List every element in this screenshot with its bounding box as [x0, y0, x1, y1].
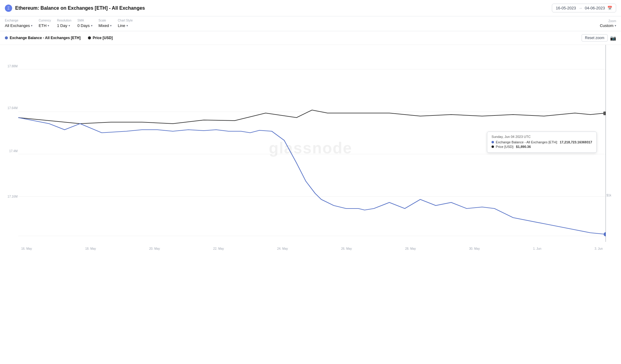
- tooltip-row-balance: Exchange Balance - All Exchanges [ETH]: …: [492, 140, 592, 144]
- date-range-picker[interactable]: 16-05-2023 → 04-06-2023 📅: [552, 4, 616, 12]
- x-label-2: 20. May: [149, 247, 160, 250]
- currency-dropdown[interactable]: ETH ▾: [39, 23, 51, 28]
- zoom-label: Zoom: [608, 19, 616, 23]
- price-line: [18, 110, 606, 124]
- tooltip-value-price: $1,890.36: [516, 145, 531, 149]
- zoom-dropdown[interactable]: Custom ▾: [600, 23, 616, 28]
- exchange-label: Exchange: [5, 19, 32, 22]
- legend-label-price: Price [USD]: [93, 36, 113, 40]
- exchange-dropdown[interactable]: All Exchanges ▾: [5, 23, 32, 28]
- y-label-2: 17.64M: [0, 105, 18, 110]
- resolution-dropdown[interactable]: 1 Day ▾: [57, 23, 71, 28]
- x-label-4: 24. May: [277, 247, 288, 250]
- balance-end-marker: [604, 232, 606, 236]
- x-label-5: 26. May: [341, 247, 352, 250]
- date-arrow-icon: →: [579, 6, 582, 10]
- sma-selector: SMA 0 Days ▾: [77, 19, 92, 28]
- sma-value: 0 Days: [77, 23, 89, 28]
- chart-style-chevron-icon: ▾: [126, 24, 128, 27]
- chart-style-value: Line: [118, 23, 125, 28]
- price-end-marker: [603, 112, 606, 115]
- calendar-icon[interactable]: 📅: [607, 6, 612, 10]
- scale-selector: Scale Mixed ▾: [99, 19, 112, 28]
- page-title: Ethereum: Balance on Exchanges [ETH] - A…: [15, 5, 145, 11]
- exchange-chevron-icon: ▾: [31, 24, 32, 27]
- tooltip-label-price: Price [USD]:: [496, 145, 514, 149]
- header-left: Ξ Ethereum: Balance on Exchanges [ETH] -…: [5, 5, 145, 12]
- y-label-3: 17.4M: [0, 148, 18, 153]
- x-axis: 16. May 18. May 20. May 22. May 24. May …: [18, 247, 606, 250]
- sma-chevron-icon: ▾: [91, 24, 92, 27]
- chart-tooltip: Sunday, Jun 04 2023 UTC Exchange Balance…: [487, 132, 597, 153]
- y-label-4: 17.16M: [0, 193, 18, 199]
- tooltip-dot-blue: [492, 141, 494, 143]
- tooltip-value-balance: 17,218,723.16369317: [560, 140, 592, 144]
- zoom-chevron-icon: ▾: [615, 24, 616, 27]
- sma-label: SMA: [77, 19, 92, 22]
- resolution-selector: Resolution 1 Day ▾: [57, 19, 71, 28]
- legend-items: Exchange Balance - All Exchanges [ETH] P…: [5, 36, 113, 40]
- legend-label-balance: Exchange Balance - All Exchanges [ETH]: [10, 36, 81, 40]
- x-label-0: 16. May: [21, 247, 32, 250]
- zoom-value: Custom: [600, 23, 613, 28]
- date-to: 04-06-2023: [585, 6, 605, 10]
- tooltip-label-balance: Exchange Balance - All Exchanges [ETH]:: [496, 140, 558, 144]
- legend-dot-blue: [5, 36, 8, 39]
- legend-actions: Reset zoom 📷: [582, 34, 616, 42]
- chart-style-selector: Chart Style Line ▾: [118, 19, 133, 28]
- currency-selector: Currency ETH ▾: [39, 19, 51, 28]
- scale-dropdown[interactable]: Mixed ▾: [99, 23, 112, 28]
- tooltip-date: Sunday, Jun 04 2023 UTC: [492, 135, 592, 139]
- zoom-selector: Zoom Custom ▾: [600, 19, 616, 28]
- x-label-3: 22. May: [213, 247, 224, 250]
- currency-chevron-icon: ▾: [48, 24, 49, 27]
- resolution-chevron-icon: ▾: [69, 24, 70, 27]
- legend-dot-dark: [88, 36, 91, 39]
- legend-bar: Exchange Balance - All Exchanges [ETH] P…: [0, 31, 621, 45]
- x-label-1: 18. May: [85, 247, 96, 250]
- reset-zoom-button[interactable]: Reset zoom: [582, 34, 608, 42]
- tooltip-row-price: Price [USD]: $1,890.36: [492, 145, 592, 149]
- sma-dropdown[interactable]: 0 Days ▾: [77, 23, 92, 28]
- page-header: Ξ Ethereum: Balance on Exchanges [ETH] -…: [0, 0, 621, 16]
- toolbar: Exchange All Exchanges ▾ Currency ETH ▾ …: [0, 16, 621, 31]
- resolution-value: 1 Day: [57, 23, 67, 28]
- scale-value: Mixed: [99, 23, 109, 28]
- currency-value: ETH: [39, 23, 46, 28]
- tooltip-dot-dark: [492, 145, 494, 148]
- scale-chevron-icon: ▾: [110, 24, 112, 27]
- currency-label: Currency: [39, 19, 51, 22]
- chart-style-dropdown[interactable]: Line ▾: [118, 23, 133, 28]
- x-label-6: 28. May: [405, 247, 416, 250]
- chart-container: 17.88M 17.64M 17.4M 17.16M $1k glassnode…: [0, 45, 621, 251]
- x-label-8: 1. Jun: [533, 247, 541, 250]
- exchange-value: All Exchanges: [5, 23, 30, 28]
- eth-icon: Ξ: [5, 5, 12, 12]
- x-label-9: 3. Jun: [595, 247, 603, 250]
- scale-label: Scale: [99, 19, 112, 22]
- camera-icon[interactable]: 📷: [610, 35, 616, 41]
- exchange-selector: Exchange All Exchanges ▾: [5, 19, 32, 28]
- date-from: 16-05-2023: [556, 6, 576, 10]
- legend-item-price: Price [USD]: [88, 36, 113, 40]
- chart-style-label: Chart Style: [118, 19, 133, 22]
- legend-item-balance: Exchange Balance - All Exchanges [ETH]: [5, 36, 81, 40]
- x-label-7: 30. May: [469, 247, 480, 250]
- y-label-right-1: $1k: [606, 192, 620, 198]
- resolution-label: Resolution: [57, 19, 71, 22]
- y-label-1: 17.88M: [0, 63, 18, 68]
